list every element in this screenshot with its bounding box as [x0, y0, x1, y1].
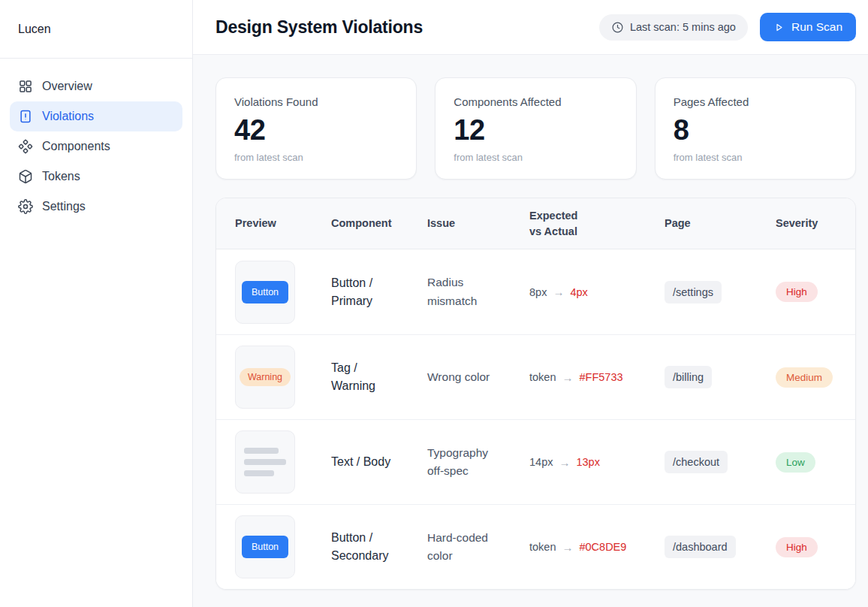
last-scan-status: Last scan: 5 mins ago	[599, 14, 748, 41]
preview-cell	[235, 430, 331, 494]
run-scan-button[interactable]: Run Scan	[760, 13, 856, 41]
severity-cell: High	[776, 537, 855, 557]
file-alert-icon	[18, 109, 33, 124]
sidebar-item-label: Settings	[42, 200, 86, 213]
actual-value: 13px	[576, 456, 599, 468]
sidebar-item-violations[interactable]: Violations	[10, 101, 182, 131]
severity-badge: Medium	[776, 367, 833, 388]
stat-card-violations-found: Violations Found 42 from latest scan	[215, 77, 417, 180]
last-scan-text: Last scan: 5 mins ago	[630, 21, 736, 33]
text-line	[244, 470, 274, 476]
issue-cell: Hard-coded color	[427, 529, 529, 565]
table-body: Button Button / Primary Radius mismatch …	[216, 249, 855, 589]
page-chip: /settings	[665, 281, 722, 304]
table-row[interactable]: Warning Tag / Warning Wrong color token …	[216, 334, 855, 419]
actual-value: #FF5733	[579, 371, 622, 383]
components-icon	[18, 139, 33, 154]
stats-row: Violations Found 42 from latest scan Com…	[215, 77, 856, 180]
sidebar-item-settings[interactable]: Settings	[10, 192, 182, 222]
stat-label: Violations Found	[234, 95, 398, 108]
stat-value: 12	[454, 114, 617, 146]
component-cell: Button / Primary	[331, 274, 427, 310]
severity-cell: Medium	[776, 367, 855, 388]
column-header-issue: Issue	[427, 216, 529, 231]
table-row[interactable]: Button Button / Secondary Hard-coded col…	[216, 504, 855, 589]
expected-value: 14px	[529, 456, 553, 468]
preview-button: Button	[242, 536, 288, 558]
preview-tag: Warning	[240, 368, 291, 386]
sidebar-item-components[interactable]: Components	[10, 131, 182, 162]
table-row[interactable]: Button Button / Primary Radius mismatch …	[216, 249, 855, 334]
preview-cell: Warning	[235, 346, 331, 409]
page-chip: /checkout	[665, 451, 728, 473]
arrow-right-icon: →	[553, 285, 564, 298]
sidebar: Lucen Overview Violations	[0, 0, 193, 607]
page-cell: /checkout	[665, 451, 776, 473]
stat-value: 8	[674, 114, 837, 146]
gear-icon	[18, 199, 33, 214]
arrow-right-icon: →	[562, 541, 573, 554]
column-header-severity: Severity	[776, 216, 855, 231]
issue-cell: Wrong color	[427, 368, 529, 386]
arrow-right-icon: →	[562, 371, 573, 384]
page-chip: /billing	[665, 366, 712, 388]
preview-text-lines	[244, 448, 286, 476]
sidebar-item-overview[interactable]: Overview	[10, 71, 182, 101]
page-cell: /billing	[665, 366, 776, 388]
stat-caption: from latest scan	[234, 152, 398, 163]
stat-caption: from latest scan	[674, 152, 837, 163]
sidebar-item-label: Violations	[42, 110, 94, 123]
severity-badge: High	[776, 537, 818, 557]
violations-table: Preview Component Issue Expected vs Actu…	[215, 198, 856, 590]
clock-icon	[611, 21, 624, 34]
run-scan-label: Run Scan	[791, 20, 842, 34]
column-header-preview: Preview	[235, 216, 331, 231]
page-content: Violations Found 42 from latest scan Com…	[193, 55, 868, 590]
preview-thumbnail	[235, 430, 295, 494]
stat-card-components-affected: Components Affected 12 from latest scan	[435, 77, 636, 180]
preview-cell: Button	[235, 261, 331, 324]
sidebar-item-label: Components	[42, 140, 110, 153]
component-cell: Button / Secondary	[331, 529, 427, 565]
severity-badge: Low	[776, 452, 815, 473]
stat-caption: from latest scan	[454, 152, 617, 163]
column-header-page: Page	[665, 216, 776, 231]
preview-cell: Button	[235, 515, 331, 578]
arrow-right-icon: →	[559, 456, 570, 469]
text-line	[244, 459, 286, 465]
issue-cell: Typography off-spec	[427, 444, 529, 480]
sidebar-item-tokens[interactable]: Tokens	[10, 162, 182, 192]
stat-label: Components Affected	[454, 95, 617, 108]
sidebar-item-label: Tokens	[42, 170, 80, 183]
actual-value: #0C8DE9	[579, 541, 626, 553]
preview-thumbnail: Warning	[235, 346, 295, 409]
sidebar-item-label: Overview	[42, 80, 92, 93]
stat-card-pages-affected: Pages Affected 8 from latest scan	[655, 77, 856, 180]
preview-button: Button	[242, 281, 288, 304]
stat-label: Pages Affected	[674, 95, 837, 108]
issue-cell: Radius mismatch	[427, 273, 529, 310]
grid-icon	[18, 79, 33, 94]
severity-cell: High	[776, 282, 855, 302]
page-header: Design System Violations Last scan: 5 mi…	[193, 0, 868, 55]
expected-value: token	[529, 541, 556, 553]
expected-vs-actual-cell: token → #FF5733	[529, 371, 665, 384]
component-cell: Text / Body	[331, 453, 427, 471]
page-cell: /dashboard	[665, 536, 776, 558]
expected-vs-actual-cell: 14px → 13px	[529, 456, 665, 469]
header-actions: Last scan: 5 mins ago Run Scan	[599, 13, 856, 41]
column-header-component: Component	[331, 216, 427, 231]
stat-value: 42	[234, 114, 398, 146]
expected-value: token	[529, 371, 556, 383]
column-header-expected-vs-actual: Expected vs Actual	[529, 208, 610, 239]
page-title: Design System Violations	[215, 17, 599, 38]
table-header: Preview Component Issue Expected vs Actu…	[216, 198, 855, 249]
page-chip: /dashboard	[665, 536, 736, 558]
table-row[interactable]: Text / Body Typography off-spec 14px → 1…	[216, 419, 855, 504]
text-line	[244, 448, 279, 454]
preview-thumbnail: Button	[235, 261, 295, 324]
brand-logo: Lucen	[0, 0, 192, 59]
severity-cell: Low	[776, 452, 855, 473]
expected-vs-actual-cell: 8px → 4px	[529, 285, 665, 298]
expected-vs-actual-cell: token → #0C8DE9	[529, 541, 665, 554]
